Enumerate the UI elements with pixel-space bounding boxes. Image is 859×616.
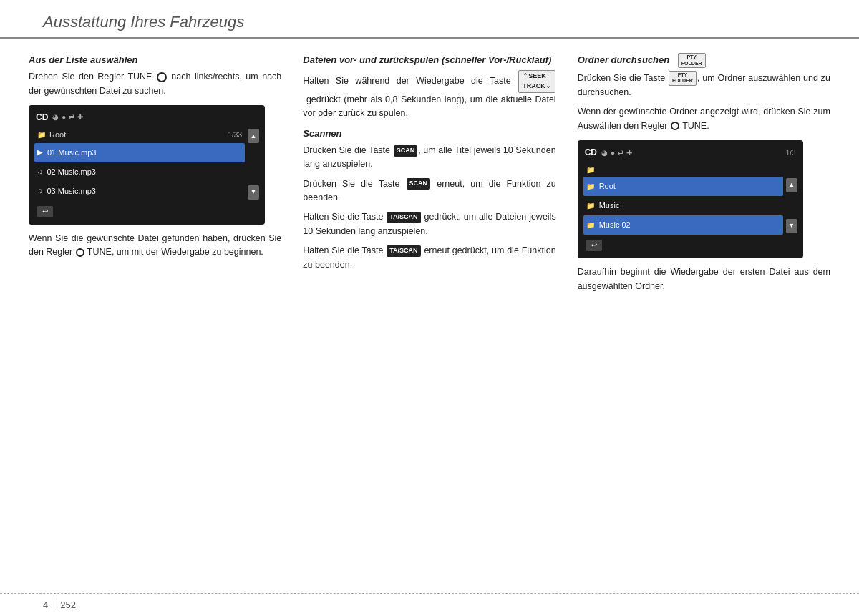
back-btn-1[interactable]: ↩ xyxy=(37,206,53,217)
tascan-key-2: TA/SCAN xyxy=(387,245,420,257)
col3-para1: Drücken Sie die Taste PTY FOLDER , um Or… xyxy=(578,71,830,99)
tune-icon-3 xyxy=(671,122,679,130)
screen2-header-left: CD ◕ ● ⇄ ✚ xyxy=(585,146,632,160)
seek-track-key: ⌃SEEKTRACK⌄ xyxy=(518,70,555,93)
tune-icon-1 xyxy=(157,72,167,82)
car-screen-2: CD ◕ ● ⇄ ✚ 1/3 📁 📁 Root xyxy=(578,140,803,258)
footer-section-num: 4 xyxy=(43,600,54,610)
folder-icon-2: 📁 xyxy=(586,200,595,212)
play-icon-1: ▶ xyxy=(37,147,43,158)
screen2-item-3: 📁 Music 02 xyxy=(583,215,783,235)
page-footer: 4 252 xyxy=(0,593,859,616)
col2-para2: Drücken Sie die Taste SCAN, um alle Tite… xyxy=(303,144,555,172)
screen2-item1-label: Root xyxy=(599,180,616,192)
screen2-cd: CD xyxy=(585,146,597,160)
note-icon-2: ♫ xyxy=(37,185,43,197)
col3-section-title: Ordner durchsuchen xyxy=(578,54,672,65)
screen2-top-folder-row: 📁 xyxy=(583,163,797,177)
col1-para2: Wenn Sie die gewünschte Datei gefunden h… xyxy=(29,232,281,260)
col2-section-title1: Dateien vor- und zurückspulen (schneller… xyxy=(303,53,555,67)
screen1-plus-icon: ✚ xyxy=(77,112,83,123)
scan-key-1: SCAN xyxy=(394,145,418,157)
col1: Aus der Liste auswählen Drehen Sie den R… xyxy=(29,53,281,299)
note-icon-1: ♫ xyxy=(37,166,43,177)
screen1-item-1: ▶ 01 Music.mp3 xyxy=(34,143,245,162)
col3-para3: Daraufhin beginnt die Wiedergabe der ers… xyxy=(578,265,830,293)
col2-para4: Halten Sie die Taste TA/SCAN gedrückt, u… xyxy=(303,210,555,238)
screen2-arrows-icon: ⇄ xyxy=(618,147,623,159)
footer-page-num: 252 xyxy=(60,600,76,610)
screen1-item2-label: 02 Music.mp3 xyxy=(47,166,96,178)
screen2-icons: ◕ ● ⇄ ✚ xyxy=(601,147,632,159)
col2: Dateien vor- und zurückspulen (schneller… xyxy=(303,53,555,299)
screen1-icons: ◕ ● ⇄ ✚ xyxy=(52,112,83,123)
screen1-header: CD ◕ ● ⇄ ✚ xyxy=(34,111,259,124)
screen1-scroll-buttons: ▲ ▼ xyxy=(248,127,259,200)
screen1-bt-icon: ◕ xyxy=(52,112,59,123)
screen1-list-container: 📁 Root 1/33 ▶ 01 Music.mp3 ♫ 02 Music.mp… xyxy=(34,127,259,200)
screen1-cd: CD xyxy=(36,111,48,124)
screen2-item-2: 📁 Music xyxy=(583,196,783,215)
pty-folder-key-2: PTY FOLDER xyxy=(669,71,697,86)
back-btn-2[interactable]: ↩ xyxy=(586,240,602,251)
screen1-folder-icon: 📁 xyxy=(37,129,46,141)
car-screen-1: CD ◕ ● ⇄ ✚ 📁 Root 1/33 xyxy=(29,105,265,225)
scroll-up-btn-2[interactable]: ▲ xyxy=(786,178,797,192)
col2-section-title2: Scannen xyxy=(303,127,555,141)
screen2-item-1: 📁 Root xyxy=(583,177,783,196)
scan-key-2: SCAN xyxy=(407,178,431,190)
screen2-back-row: ↩ xyxy=(583,238,797,253)
col1-para1: Drehen Sie den Regler TUNE nach links/re… xyxy=(29,70,281,98)
screen2-item2-label: Music xyxy=(599,200,620,212)
screen2-top-folder-icon: 📁 xyxy=(586,165,595,176)
col2-para1: Halten Sie während der Wiedergabe die Ta… xyxy=(303,70,555,121)
screen2-item3-label: Music 02 xyxy=(599,219,631,231)
tune-icon-2 xyxy=(76,248,84,257)
screen1-list: 📁 Root 1/33 ▶ 01 Music.mp3 ♫ 02 Music.mp… xyxy=(34,127,245,200)
pty-folder-key: PTY FOLDER xyxy=(678,53,706,68)
screen2-scroll-buttons: ▲ ▼ xyxy=(786,177,797,235)
screen2-list: 📁 Root 📁 Music 📁 Music 02 xyxy=(583,177,783,235)
screen2-counter: 1/3 xyxy=(786,147,796,159)
screen2-header: CD ◕ ● ⇄ ✚ 1/3 xyxy=(583,146,797,160)
folder-icon-1: 📁 xyxy=(586,181,595,192)
screen1-item3-label: 03 Music.mp3 xyxy=(47,185,96,197)
screen2-plus-icon: ✚ xyxy=(626,147,632,159)
screen1-folder-name: Root xyxy=(49,129,66,141)
page-title: Ausstattung Ihres Fahrzeugs xyxy=(43,13,816,31)
scroll-down-btn-1[interactable]: ▼ xyxy=(248,185,259,200)
col3-para2: Wenn der gewünschte Ordner angezeigt wir… xyxy=(578,105,830,133)
screen2-list-container: 📁 Root 📁 Music 📁 Music 02 ▲ ▼ xyxy=(583,177,797,235)
screen1-arrows-icon: ⇄ xyxy=(69,112,74,123)
col3: Ordner durchsuchen PTY FOLDER Drücken Si… xyxy=(578,53,830,299)
scroll-up-btn-1[interactable]: ▲ xyxy=(248,129,259,143)
page-header: Ausstattung Ihres Fahrzeugs xyxy=(0,0,859,39)
content-area: Aus der Liste auswählen Drehen Sie den R… xyxy=(0,53,859,299)
screen2-bt-icon: ◕ xyxy=(601,147,608,159)
screen1-header-left: CD ◕ ● ⇄ ✚ xyxy=(36,111,83,124)
screen2-dot-icon: ● xyxy=(611,147,615,159)
screen1-counter: 1/33 xyxy=(228,129,242,141)
scroll-down-btn-2[interactable]: ▼ xyxy=(786,219,797,233)
folder-icon-3: 📁 xyxy=(586,220,595,231)
screen1-item1-label: 01 Music.mp3 xyxy=(47,147,96,159)
col2-para3: Drücken Sie die Taste SCAN erneut, um di… xyxy=(303,177,555,205)
screen1-item-2: ♫ 02 Music.mp3 xyxy=(34,162,245,182)
col2-para5: Halten Sie die Taste TA/SCAN erneut gedr… xyxy=(303,244,555,272)
screen1-item-3: ♫ 03 Music.mp3 xyxy=(34,182,245,201)
screen1-folder-row: 📁 Root 1/33 xyxy=(34,127,245,142)
tascan-key-1: TA/SCAN xyxy=(387,212,420,223)
screen1-back-row: ↩ xyxy=(34,205,259,219)
col1-section-title: Aus der Liste auswählen xyxy=(29,53,281,67)
screen1-dot-icon: ● xyxy=(62,112,66,123)
